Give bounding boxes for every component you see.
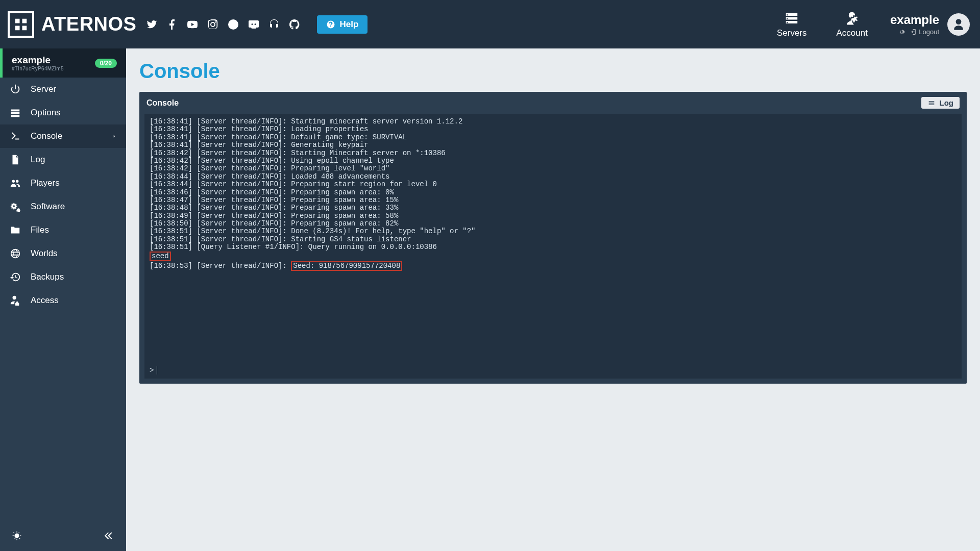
logout-link[interactable]: Logout [910, 28, 939, 36]
nav-account-label: Account [837, 28, 868, 38]
sidebar-item-label: Worlds [31, 248, 58, 259]
console-panel: Console Log [16:38:41] [Server thread/IN… [139, 92, 967, 384]
console-input[interactable] [160, 366, 957, 374]
console-line: [16:38:47] [Server thread/INFO]: Prepari… [150, 196, 957, 204]
console-header: Console Log [139, 92, 967, 114]
console-input-row[interactable]: > [144, 364, 962, 379]
sidebar-item-options[interactable]: Options [0, 101, 126, 124]
sidebar-item-log[interactable]: Log [0, 148, 126, 171]
console-line: [16:38:41] [Server thread/INFO]: Default… [150, 134, 957, 141]
main-content: Console Console Log [16:38:41] [Server t… [126, 48, 980, 551]
console-line: [16:38:51] [Server thread/INFO]: Startin… [150, 236, 957, 243]
console-line: [16:38:44] [Server thread/INFO]: Prepari… [150, 181, 957, 188]
collapse-sidebar-icon[interactable] [104, 530, 115, 543]
settings-link[interactable] [898, 28, 905, 36]
github-icon[interactable] [288, 18, 301, 31]
page-title: Console [139, 60, 967, 83]
sidebar-item-label: Players [31, 178, 60, 188]
console-output[interactable]: [16:38:41] [Server thread/INFO]: Startin… [144, 114, 962, 364]
console-line: [16:38:49] [Server thread/INFO]: Prepari… [150, 212, 957, 220]
logout-icon [910, 29, 917, 35]
console-header-title: Console [146, 98, 179, 108]
sidebar-item-label: Backups [31, 272, 64, 282]
sidebar-item-server[interactable]: Server [0, 78, 126, 101]
account-icon [844, 11, 860, 26]
gear-icon [898, 29, 905, 35]
sidebar-item-backups[interactable]: Backups [0, 265, 126, 289]
power-icon [9, 84, 21, 95]
sidebar-footer [0, 522, 126, 551]
file-icon [9, 154, 21, 165]
open-log-button[interactable]: Log [921, 97, 960, 109]
globe-icon [9, 248, 21, 259]
console-line: [16:38:46] [Server thread/INFO]: Prepari… [150, 189, 957, 196]
user-icon [952, 18, 965, 31]
headset-icon[interactable] [268, 18, 280, 31]
theme-toggle-icon[interactable] [11, 530, 22, 543]
user-actions: Logout [898, 28, 939, 36]
console-line: seed [150, 252, 957, 261]
nav-account[interactable]: Account [837, 11, 868, 38]
nav-servers[interactable]: Servers [777, 11, 807, 38]
console-line: [16:38:50] [Server thread/INFO]: Prepari… [150, 220, 957, 228]
discord-icon[interactable] [248, 18, 260, 31]
console-line: [16:38:44] [Server thread/INFO]: Loaded … [150, 173, 957, 181]
console-line: [16:38:42] [Server thread/INFO]: Prepari… [150, 165, 957, 172]
console-line: [16:38:42] [Server thread/INFO]: Startin… [150, 149, 957, 157]
input-caret [157, 366, 157, 374]
highlighted-command: seed [150, 252, 171, 261]
sidebar-item-worlds[interactable]: Worlds [0, 242, 126, 265]
instagram-icon[interactable] [207, 18, 219, 31]
sidebar-item-label: Options [31, 108, 61, 118]
sidebar: example #TIn7ucRyP64MZlm5 0/20 Server Op… [0, 48, 126, 551]
brand[interactable]: ATERNOS [8, 11, 136, 38]
sidebar-item-files[interactable]: Files [0, 218, 126, 242]
sidebar-items: Server Options Console [0, 78, 126, 312]
sidebar-item-label: Files [31, 225, 49, 235]
console-line: [16:38:48] [Server thread/INFO]: Prepari… [150, 204, 957, 212]
log-button-label: Log [940, 98, 954, 107]
sidebar-item-players[interactable]: Players [0, 171, 126, 195]
console-line: [16:38:42] [Server thread/INFO]: Using e… [150, 157, 957, 165]
youtube-icon[interactable] [186, 18, 199, 31]
history-icon [9, 271, 21, 283]
options-icon [9, 107, 21, 118]
avatar[interactable] [947, 13, 970, 36]
sidebar-item-label: Server [31, 84, 56, 94]
server-card[interactable]: example #TIn7ucRyP64MZlm5 0/20 [0, 48, 126, 78]
folder-icon [9, 224, 21, 236]
console-line: [16:38:41] [Server thread/INFO]: Generat… [150, 141, 957, 149]
header-nav: Servers Account [777, 11, 868, 38]
nav-servers-label: Servers [777, 28, 807, 38]
cogs-icon [9, 201, 21, 212]
app-header: ATERNOS Help [0, 0, 980, 48]
twitter-icon[interactable] [145, 18, 158, 31]
server-id: #TIn7ucRyP64MZlm5 [12, 66, 64, 71]
sidebar-item-label: Access [31, 295, 59, 306]
terminal-icon [9, 131, 21, 142]
highlighted-seed: Seed: 9187567909157720408 [291, 261, 402, 271]
console-line: [16:38:51] [Server thread/INFO]: Done (8… [150, 228, 957, 235]
logout-label: Logout [919, 28, 939, 36]
reddit-icon[interactable] [227, 18, 239, 31]
prompt-symbol: > [150, 366, 154, 374]
lock-user-icon [9, 295, 21, 306]
sidebar-item-console[interactable]: Console [0, 124, 126, 148]
sidebar-item-label: Log [31, 155, 45, 165]
servers-icon [784, 11, 799, 26]
help-button[interactable]: Help [317, 15, 368, 34]
svg-point-0 [228, 19, 238, 30]
console-line: [16:38:41] [Server thread/INFO]: Loading… [150, 126, 957, 133]
brand-name: ATERNOS [41, 13, 136, 35]
facebook-icon[interactable] [166, 18, 178, 31]
server-name: example [12, 55, 64, 66]
user-name: example [890, 13, 939, 27]
chevron-right-icon [112, 131, 117, 141]
sidebar-item-access[interactable]: Access [0, 289, 126, 312]
console-line: [16:38:53] [Server thread/INFO]: Seed: 9… [150, 261, 957, 271]
console-line: [16:38:41] [Server thread/INFO]: Startin… [150, 118, 957, 126]
help-label: Help [339, 19, 358, 30]
sidebar-item-label: Console [31, 131, 62, 141]
sidebar-item-software[interactable]: Software [0, 195, 126, 218]
brand-logo-icon [8, 11, 34, 38]
